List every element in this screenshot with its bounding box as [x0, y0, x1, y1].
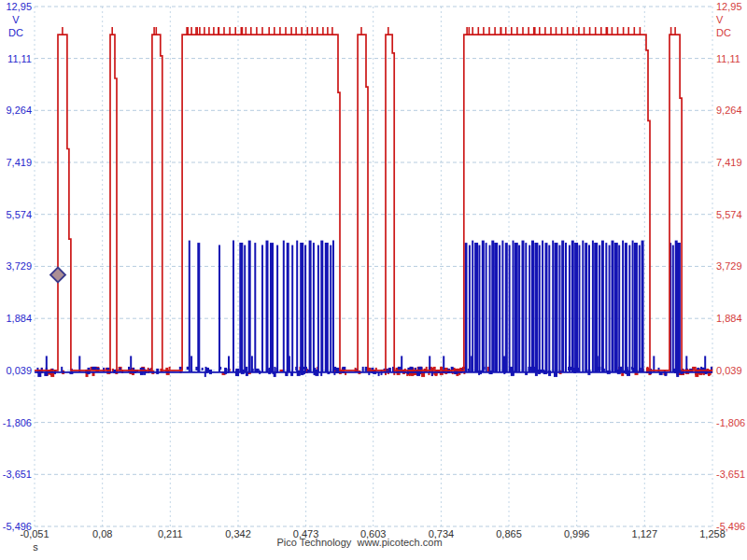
y-axis-label-right: 1,884 [716, 313, 747, 325]
baseline-noise [420, 367, 422, 370]
y-axis-label-left: 12,95 [0, 1, 32, 13]
baseline-noise [700, 367, 702, 372]
y-axis-label-right: 7,419 [716, 157, 747, 169]
y-axis-label-right: 12,95 [716, 1, 747, 13]
trigger-marker[interactable] [50, 268, 65, 283]
y-axis-label-left: 5,574 [0, 209, 32, 221]
y-axis-label-left: 3,729 [0, 260, 32, 273]
baseline-noise [61, 367, 63, 371]
baseline-noise [202, 368, 204, 371]
y-axis-label-right: -1,806 [716, 417, 747, 429]
baseline-noise [156, 369, 159, 374]
baseline-noise [236, 371, 239, 376]
y-axis-label-left: -3,651 [0, 469, 32, 481]
baseline-noise [205, 367, 207, 370]
footer-brand: Pico Technology www.picotech.com [0, 537, 719, 548]
y-axis-coupling-right: DC [716, 27, 739, 39]
baseline-noise [694, 367, 697, 370]
baseline-noise [441, 367, 443, 370]
y-axis-label-right: 0,039 [716, 365, 747, 377]
baseline-noise [169, 367, 171, 370]
baseline-noise [416, 371, 420, 376]
baseline-noise [362, 367, 364, 371]
waveform-plot[interactable] [0, 0, 747, 560]
y-axis-label-right: 3,729 [716, 260, 747, 273]
y-axis-unit-right: V [716, 14, 739, 26]
baseline-noise [431, 371, 433, 376]
y-axis-unit-left: V [0, 14, 32, 26]
y-axis-label-right: 11,11 [716, 53, 747, 65]
baseline-noise [426, 367, 428, 372]
y-axis-label-right: 5,574 [716, 209, 747, 221]
y-axis-label-left: -1,806 [0, 417, 32, 429]
y-axis-label-left: 0,039 [0, 365, 32, 377]
y-axis-label-right: -3,651 [716, 469, 747, 481]
y-axis-label-left: 1,884 [0, 313, 32, 325]
y-axis-label-left: 9,264 [0, 105, 32, 117]
scope-view: 12,95VDC11,119,2647,4195,5743,7291,8840,… [0, 0, 747, 560]
y-axis-label-right: 9,264 [716, 105, 747, 117]
y-axis-coupling-left: DC [0, 27, 32, 39]
baseline-noise [711, 367, 712, 370]
y-axis-label-left: 7,419 [0, 157, 32, 169]
y-axis-label-left: 11,11 [0, 53, 32, 65]
